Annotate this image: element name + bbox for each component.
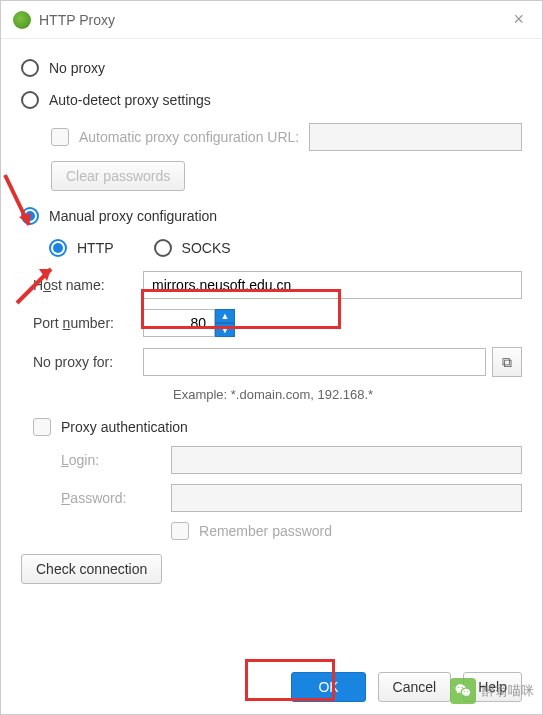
checkbox-icon xyxy=(51,128,69,146)
cancel-button[interactable]: Cancel xyxy=(378,672,452,702)
checkbox-icon xyxy=(33,418,51,436)
browse-icon: ⧉ xyxy=(502,354,512,371)
checkbox-proxy-auth[interactable]: Proxy authentication xyxy=(33,418,522,436)
ok-button[interactable]: OK xyxy=(291,672,365,702)
row-password: Password: xyxy=(61,484,522,512)
checkbox-label: Automatic proxy configuration URL: xyxy=(79,129,299,145)
radio-label: Manual proxy configuration xyxy=(49,208,217,224)
check-connection-button[interactable]: Check connection xyxy=(21,554,162,584)
port-number-stepper[interactable]: ▲ ▼ xyxy=(143,309,235,337)
radio-icon xyxy=(21,59,39,77)
row-no-proxy-for: No proxy for: ⧉ xyxy=(33,347,522,377)
watermark-text: 醉翁喵咪 xyxy=(482,682,534,700)
checkbox-auto-config-url: Automatic proxy configuration URL: xyxy=(51,123,522,151)
clear-passwords-button: Clear passwords xyxy=(51,161,185,191)
browse-button[interactable]: ⧉ xyxy=(492,347,522,377)
window-title: HTTP Proxy xyxy=(39,12,507,28)
watermark: 醉翁喵咪 xyxy=(450,678,534,704)
row-login: Login: xyxy=(61,446,522,474)
radio-label: Auto-detect proxy settings xyxy=(49,92,211,108)
password-input xyxy=(171,484,522,512)
checkbox-label: Proxy authentication xyxy=(61,419,188,435)
radio-label: SOCKS xyxy=(182,240,231,256)
row-host: Host name: xyxy=(33,271,522,299)
password-label: Password: xyxy=(61,490,171,506)
checkbox-remember-password: Remember password xyxy=(171,522,522,540)
stepper-up-icon[interactable]: ▲ xyxy=(215,309,235,323)
radio-label: HTTP xyxy=(77,240,114,256)
stepper-down-icon[interactable]: ▼ xyxy=(215,323,235,337)
port-label: Port number: xyxy=(33,315,143,331)
close-icon[interactable]: × xyxy=(507,9,530,30)
radio-icon xyxy=(21,207,39,225)
host-label: Host name: xyxy=(33,277,143,293)
radio-icon xyxy=(154,239,172,257)
checkbox-label: Remember password xyxy=(199,523,332,539)
radio-protocol-socks[interactable]: SOCKS xyxy=(154,239,231,257)
radio-auto-detect[interactable]: Auto-detect proxy settings xyxy=(21,91,522,109)
radio-manual-proxy[interactable]: Manual proxy configuration xyxy=(21,207,522,225)
host-name-input[interactable] xyxy=(143,271,522,299)
login-label: Login: xyxy=(61,452,171,468)
radio-label: No proxy xyxy=(49,60,105,76)
radio-no-proxy[interactable]: No proxy xyxy=(21,59,522,77)
port-number-input[interactable] xyxy=(143,309,215,337)
radio-protocol-http[interactable]: HTTP xyxy=(49,239,114,257)
login-input xyxy=(171,446,522,474)
row-port: Port number: ▲ ▼ xyxy=(33,309,522,337)
auto-config-url-input xyxy=(309,123,522,151)
no-proxy-example: Example: *.domain.com, 192.168.* xyxy=(173,387,522,402)
titlebar: HTTP Proxy × xyxy=(1,1,542,39)
checkbox-icon xyxy=(171,522,189,540)
dialog-window: HTTP Proxy × No proxy Auto-detect proxy … xyxy=(0,0,543,715)
radio-icon xyxy=(49,239,67,257)
content-area: No proxy Auto-detect proxy settings Auto… xyxy=(1,39,542,660)
no-proxy-for-label: No proxy for: xyxy=(33,354,143,370)
no-proxy-for-input[interactable] xyxy=(143,348,486,376)
wechat-icon xyxy=(450,678,476,704)
app-icon xyxy=(13,11,31,29)
radio-icon xyxy=(21,91,39,109)
